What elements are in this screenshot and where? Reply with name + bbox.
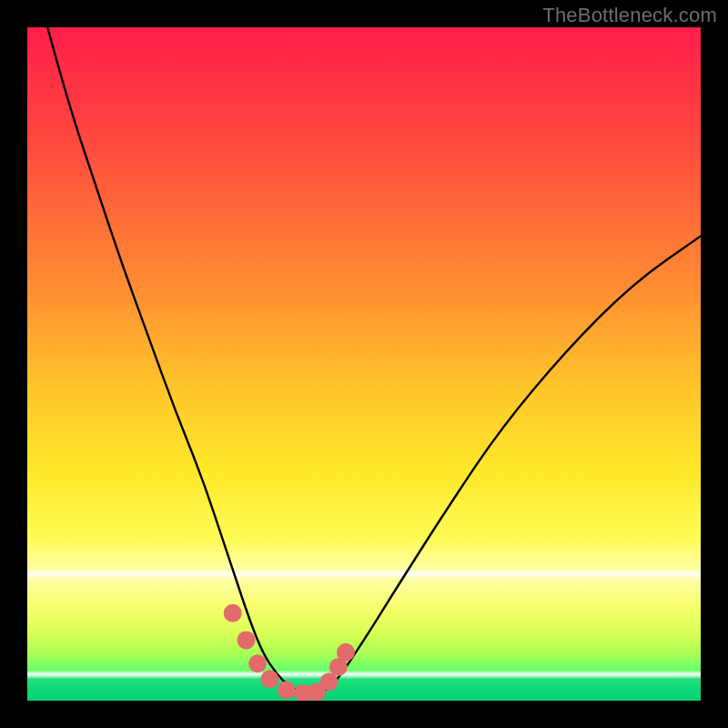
marker-point <box>224 604 242 622</box>
marker-point <box>278 681 296 699</box>
bottleneck-curve <box>47 27 701 693</box>
highlighted-points <box>224 604 355 701</box>
marker-point <box>248 654 267 672</box>
marker-point <box>238 631 256 649</box>
plot-area <box>27 27 701 701</box>
curve-layer <box>27 27 701 701</box>
marker-point <box>260 670 278 688</box>
chart-frame: TheBottleneck.com <box>0 0 728 728</box>
marker-point <box>337 643 355 662</box>
watermark-text: TheBottleneck.com <box>542 4 717 27</box>
